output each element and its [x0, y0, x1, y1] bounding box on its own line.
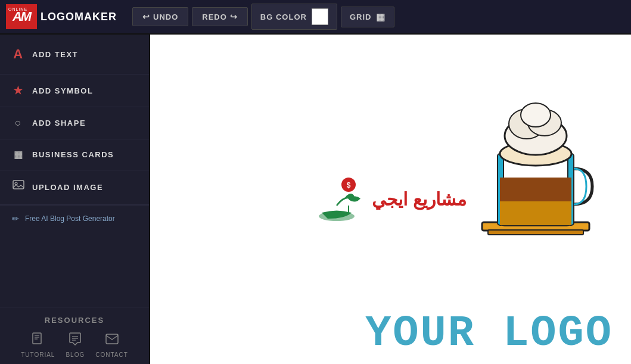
upload-image-label: UPLOAD IMAGE: [32, 183, 103, 192]
main-layout: A ADD TEXT ★ ADD SYMBOL ○ ADD SHAPE ▦ BU…: [0, 35, 631, 364]
canvas-area[interactable]: $ مشاريع ايجي: [150, 35, 631, 364]
redo-button[interactable]: REDO ↪: [192, 7, 248, 26]
add-shape-label: ADD SHAPE: [32, 119, 86, 127]
upload-image-icon: [12, 180, 25, 195]
redo-icon: ↪: [230, 12, 238, 21]
resources-section: RESOURCES TUTORIAL: [0, 307, 149, 364]
resources-title: RESOURCES: [0, 316, 149, 325]
arabic-logo-svg: $: [276, 176, 372, 223]
svg-rect-0: [13, 181, 24, 189]
ai-blog-label: Free AI Blog Post Generator: [25, 214, 115, 223]
svg-rect-19: [500, 178, 571, 201]
add-text-label: ADD TEXT: [32, 50, 78, 59]
logo-element[interactable]: $ مشاريع ايجي: [276, 176, 466, 223]
contact-label: CONTACT: [95, 351, 128, 358]
color-swatch[interactable]: [312, 8, 328, 25]
sidebar: A ADD TEXT ★ ADD SYMBOL ○ ADD SHAPE ▦ BU…: [0, 35, 150, 364]
add-text-icon: A: [12, 46, 25, 62]
add-symbol-label: ADD SYMBOL: [32, 86, 93, 95]
resource-item-contact[interactable]: CONTACT: [95, 332, 128, 358]
grid-icon: ▦: [376, 11, 386, 23]
redo-label: REDO: [202, 13, 227, 21]
add-shape-icon: ○: [12, 117, 25, 129]
arabic-text: مشاريع ايجي: [372, 189, 466, 210]
resource-item-blog[interactable]: BLOG: [66, 332, 85, 358]
blog-label: BLOG: [66, 351, 85, 358]
tutorial-icon: [31, 332, 45, 349]
grid-label: GRID: [350, 13, 372, 21]
sidebar-item-add-shape[interactable]: ○ ADD SHAPE: [0, 107, 149, 139]
topbar: ONLINE AM LOGOMAKER ↩ UNDO REDO ↪ BG COL…: [0, 0, 631, 35]
your-logo-text: Your Logo: [365, 309, 613, 358]
svg-rect-2: [33, 333, 41, 344]
tutorial-label: TUTORIAL: [21, 351, 55, 358]
sidebar-item-add-symbol[interactable]: ★ ADD SYMBOL: [0, 74, 149, 107]
svg-point-25: [521, 103, 551, 127]
bg-color-button[interactable]: BG COLOR: [251, 4, 337, 30]
grid-button[interactable]: GRID ▦: [341, 7, 395, 27]
logo-online-text: ONLINE: [8, 7, 27, 11]
canvas-content: $ مشاريع ايجي: [150, 35, 631, 364]
undo-label: UNDO: [153, 13, 178, 21]
logo-area[interactable]: ONLINE AM LOGOMAKER: [6, 4, 117, 29]
business-cards-label: BUSINESS CARDS: [32, 150, 114, 159]
business-cards-icon: ▦: [12, 149, 25, 160]
logo-box: ONLINE AM: [6, 4, 37, 29]
bg-color-label: BG COLOR: [260, 13, 307, 21]
pen-icon: ✏: [12, 214, 19, 223]
sidebar-link-ai-blog[interactable]: ✏ Free AI Blog Post Generator: [0, 205, 149, 232]
sidebar-item-business-cards[interactable]: ▦ BUSINESS CARDS: [0, 139, 149, 170]
undo-icon: ↩: [142, 12, 150, 21]
sidebar-item-upload-image[interactable]: UPLOAD IMAGE: [0, 170, 149, 205]
logo-maker-text: LOGOMAKER: [41, 11, 117, 23]
undo-button[interactable]: ↩ UNDO: [132, 7, 188, 26]
svg-text:$: $: [346, 181, 350, 189]
svg-rect-9: [106, 334, 118, 344]
blog-icon: [68, 332, 82, 349]
contact-icon: [105, 332, 119, 349]
svg-rect-15: [488, 230, 583, 235]
svg-rect-20: [500, 201, 571, 225]
resource-item-tutorial[interactable]: TUTORIAL: [21, 332, 55, 358]
coffee-cup-illustration: [476, 82, 595, 249]
resources-icons: TUTORIAL BLOG: [0, 332, 149, 358]
add-symbol-icon: ★: [12, 84, 25, 97]
sidebar-item-add-text[interactable]: A ADD TEXT: [0, 35, 149, 74]
